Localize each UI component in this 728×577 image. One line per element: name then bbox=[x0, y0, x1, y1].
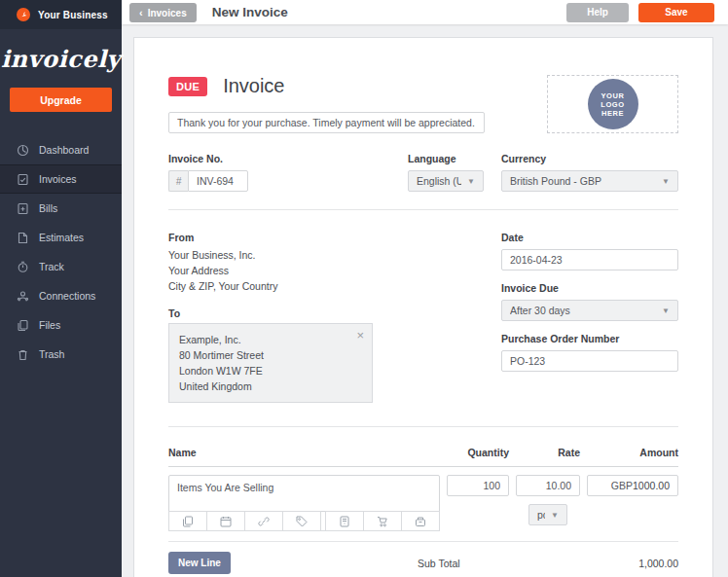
close-icon[interactable]: × bbox=[356, 329, 364, 342]
sidebar-item-label: Track bbox=[39, 261, 64, 272]
unit-select[interactable]: pc ▼ bbox=[528, 504, 567, 525]
business-switcher[interactable]: Your Business bbox=[0, 0, 122, 29]
track-icon bbox=[17, 261, 39, 273]
name-column-header: Name bbox=[168, 447, 440, 458]
rate-input[interactable] bbox=[516, 475, 580, 496]
rate-column-header: Rate bbox=[516, 447, 580, 458]
sidebar-item-label: Bills bbox=[39, 202, 57, 214]
sidebar-item-files[interactable]: Files bbox=[0, 310, 122, 340]
amount-column-header: Amount bbox=[587, 447, 678, 458]
sidebar-item-dashboard[interactable]: Dashboard bbox=[0, 135, 122, 164]
back-to-invoices-button[interactable]: ‹Invoices bbox=[129, 3, 197, 22]
invoice-due-label: Invoice Due bbox=[501, 282, 678, 294]
sidebar: Your Business invoicely Upgrade Dashboar… bbox=[0, 0, 122, 577]
sidebar-item-label: Estimates bbox=[39, 232, 84, 243]
sidebar-item-invoices[interactable]: Invoices bbox=[0, 164, 122, 194]
estimates-icon bbox=[17, 232, 39, 244]
to-line: Example, Inc. bbox=[179, 332, 350, 347]
invoice-due-select[interactable]: After 30 days ▼ bbox=[501, 300, 678, 321]
subtotal-label: Sub Total bbox=[418, 558, 460, 569]
section-divider bbox=[168, 209, 678, 210]
app-window: Your Business invoicely Upgrade Dashboar… bbox=[0, 0, 728, 577]
invoice-no-input[interactable] bbox=[188, 170, 248, 192]
archive-icon[interactable] bbox=[401, 511, 440, 531]
link-icon[interactable] bbox=[244, 511, 283, 531]
new-line-button[interactable]: New Line bbox=[168, 552, 231, 574]
invoice-title: Invoice bbox=[223, 75, 284, 97]
currency-select[interactable]: British Pound - GBP ▼ bbox=[501, 170, 678, 192]
sidebar-item-trash[interactable]: Trash bbox=[0, 340, 122, 369]
bills-icon bbox=[17, 202, 39, 215]
cart-icon[interactable] bbox=[363, 511, 402, 531]
chevron-down-icon: ▼ bbox=[551, 511, 559, 520]
amount-display: GBP 1000.00 bbox=[587, 475, 678, 496]
invoice-note-input[interactable] bbox=[168, 112, 485, 133]
amount-currency: GBP bbox=[596, 480, 633, 491]
subtotal-value: 1,000.00 bbox=[638, 558, 678, 569]
invoice-card: DUE Invoice YOUR LOGO HERE Invoice No. bbox=[133, 37, 713, 577]
chevron-down-icon: ▼ bbox=[467, 177, 475, 186]
to-line: London W1W 7FE bbox=[179, 363, 350, 379]
trash-icon bbox=[17, 348, 39, 361]
calendar-icon[interactable] bbox=[206, 511, 245, 531]
from-line: Your Address bbox=[168, 263, 373, 278]
invoicely-logo: invoicely bbox=[0, 45, 122, 73]
section-divider bbox=[168, 426, 678, 427]
invoice-meta-row: Invoice No. # Language English (US) ▼ Cu… bbox=[168, 153, 678, 192]
chevron-down-icon: ▼ bbox=[662, 307, 670, 315]
sidebar-nav: Dashboard Invoices Bills Estimates Track… bbox=[0, 135, 122, 369]
address-section: From Your Business, Inc. Your Address Ci… bbox=[168, 232, 678, 403]
po-number-label: Purchase Order Number bbox=[501, 333, 678, 344]
to-address-box[interactable]: × Example, Inc. 80 Mortimer Street Londo… bbox=[168, 323, 373, 403]
sidebar-item-label: Trash bbox=[39, 348, 64, 360]
upgrade-button[interactable]: Upgrade bbox=[10, 88, 112, 112]
section-divider bbox=[168, 541, 678, 542]
sidebar-item-label: Connections bbox=[39, 290, 95, 302]
invoice-no-label: Invoice No. bbox=[168, 153, 248, 164]
amount-value: 1000.00 bbox=[633, 480, 670, 491]
totals-block: Sub Total 1,000.00 × 200.00 bbox=[408, 552, 678, 577]
sidebar-item-label: Invoices bbox=[39, 173, 77, 185]
duplicate-icon[interactable] bbox=[168, 511, 207, 531]
business-name: Your Business bbox=[38, 10, 108, 20]
save-button[interactable]: Save bbox=[638, 3, 714, 22]
date-input[interactable] bbox=[501, 249, 678, 270]
page-title: New Invoice bbox=[212, 5, 288, 19]
items-table-header: Name Quantity Rate Amount bbox=[168, 447, 678, 467]
invoice-footer: New Line Sub Total 1,000.00 × 200.00 bbox=[168, 552, 678, 577]
business-logo-icon bbox=[17, 8, 30, 21]
chevron-down-icon: ▼ bbox=[662, 177, 670, 186]
number-prefix: # bbox=[168, 170, 188, 192]
language-select[interactable]: English (US) ▼ bbox=[408, 170, 484, 192]
sidebar-item-track[interactable]: Track bbox=[0, 252, 122, 281]
sidebar-item-bills[interactable]: Bills bbox=[0, 194, 122, 223]
invoices-icon bbox=[17, 173, 39, 186]
tag-icon[interactable] bbox=[282, 511, 321, 531]
language-label: Language bbox=[408, 153, 484, 164]
quantity-column-header: Quantity bbox=[447, 447, 509, 458]
sidebar-item-label: Dashboard bbox=[39, 144, 89, 156]
help-button[interactable]: Help bbox=[566, 3, 629, 22]
currency-label: Currency bbox=[501, 153, 678, 164]
from-line: City & ZIP, Your Country bbox=[168, 278, 373, 294]
from-line: Your Business, Inc. bbox=[168, 247, 373, 263]
dashboard-icon bbox=[17, 144, 39, 157]
invoice-header: DUE Invoice YOUR LOGO HERE bbox=[168, 75, 678, 133]
to-label: To bbox=[168, 307, 373, 319]
logo-upload-placeholder[interactable]: YOUR LOGO HERE bbox=[547, 75, 678, 133]
status-badge: DUE bbox=[168, 77, 207, 96]
from-label: From bbox=[168, 232, 373, 243]
po-number-input[interactable] bbox=[501, 350, 678, 372]
connections-icon bbox=[17, 290, 39, 303]
files-icon bbox=[17, 319, 39, 332]
sidebar-item-label: Files bbox=[39, 319, 60, 331]
receipt-icon[interactable] bbox=[325, 511, 364, 531]
main-content: DUE Invoice YOUR LOGO HERE Invoice No. bbox=[122, 24, 728, 577]
sidebar-item-connections[interactable]: Connections bbox=[0, 281, 122, 310]
quantity-input[interactable] bbox=[447, 475, 509, 496]
your-logo-here-icon: YOUR LOGO HERE bbox=[588, 79, 638, 129]
item-name-textarea[interactable]: Items You Are Selling bbox=[168, 475, 440, 512]
item-row: Items You Are Selling bbox=[168, 475, 678, 531]
to-line: United Kingdom bbox=[179, 379, 350, 394]
sidebar-item-estimates[interactable]: Estimates bbox=[0, 223, 122, 252]
